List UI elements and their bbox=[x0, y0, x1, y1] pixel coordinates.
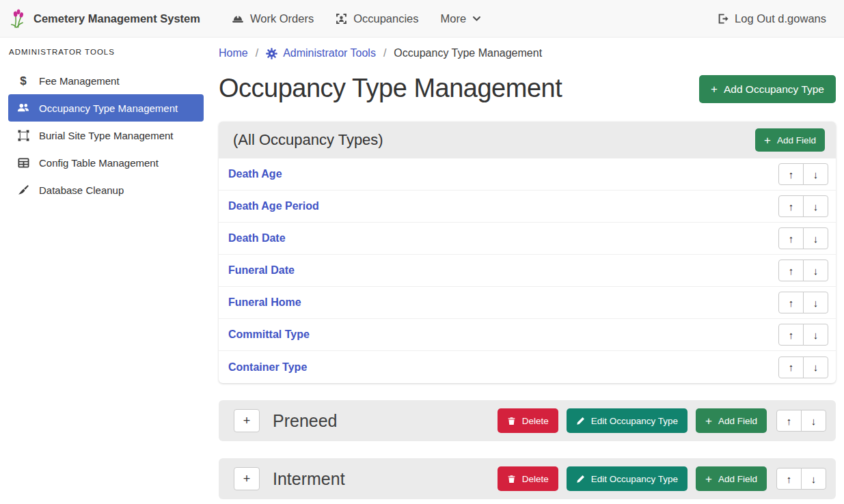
move-down-button[interactable]: ↓ bbox=[803, 163, 828, 185]
field-row-funeral-date: Funeral Date↑↓ bbox=[219, 255, 836, 287]
add-field-button[interactable]: +Add Field bbox=[696, 466, 767, 491]
page-title: Occupancy Type Management bbox=[219, 72, 562, 105]
top-navbar: Cemetery Management System Work OrdersOc… bbox=[0, 0, 844, 38]
field-row-death-age-period: Death Age Period↑↓ bbox=[219, 191, 836, 223]
main-content: Home/Administrator Tools/Occupancy Type … bbox=[212, 38, 844, 504]
add-occupancy-type-label: Add Occupancy Type bbox=[724, 83, 824, 96]
nav-links: Work OrdersOccupanciesMore bbox=[221, 12, 492, 25]
title-row: Occupancy Type Management + Add Occupanc… bbox=[219, 72, 836, 105]
delete-button[interactable]: Delete bbox=[498, 466, 558, 491]
broom-icon bbox=[16, 184, 30, 196]
field-link-container-type[interactable]: Container Type bbox=[228, 361, 307, 374]
nav-item-work-orders[interactable]: Work Orders bbox=[232, 12, 314, 25]
reorder-buttons: ↑↓ bbox=[778, 195, 828, 217]
field-link-death-age-period[interactable]: Death Age Period bbox=[228, 200, 319, 212]
move-up-button[interactable]: ↑ bbox=[778, 292, 804, 313]
app-title: Cemetery Management System bbox=[33, 12, 200, 25]
breadcrumb-label: Home bbox=[219, 47, 248, 59]
chevron-down-icon bbox=[472, 14, 481, 23]
add-field-label: Add Field bbox=[777, 135, 816, 145]
app-brand[interactable]: Cemetery Management System bbox=[10, 9, 200, 29]
move-down-button[interactable]: ↓ bbox=[803, 356, 828, 378]
occupancy-type-section-preneed: +PreneedDeleteEdit Occupancy Type+Add Fi… bbox=[219, 400, 836, 441]
breadcrumb-occupancy-type-management: Occupancy Type Management bbox=[394, 47, 542, 59]
move-up-button[interactable]: ↑ bbox=[778, 163, 804, 185]
move-up-button[interactable]: ↑ bbox=[778, 260, 804, 281]
reorder-buttons: ↑↓ bbox=[778, 227, 828, 249]
field-row-committal-type: Committal Type↑↓ bbox=[219, 319, 836, 351]
logout-label: Log Out d.gowans bbox=[735, 12, 826, 25]
field-row-death-date: Death Date↑↓ bbox=[219, 223, 836, 255]
plus-icon: + bbox=[711, 83, 718, 95]
arrow-down-icon: ↓ bbox=[813, 362, 819, 372]
field-link-death-date[interactable]: Death Date bbox=[228, 232, 286, 244]
sidebar-item-occupancy-type-management[interactable]: Occupancy Type Management bbox=[8, 94, 204, 122]
all-occupancy-types-card: (All Occupancy Types) + Add Field Death … bbox=[219, 122, 836, 383]
nav-item-more[interactable]: More bbox=[441, 12, 482, 25]
occupancy-type-sections: +PreneedDeleteEdit Occupancy Type+Add Fi… bbox=[219, 400, 836, 499]
arrow-up-icon: ↑ bbox=[789, 201, 794, 212]
nav-item-label: Work Orders bbox=[250, 12, 314, 25]
arrow-up-icon: ↑ bbox=[789, 362, 794, 372]
section-actions: DeleteEdit Occupancy Type+Add Field↑↓ bbox=[498, 466, 826, 491]
expand-button[interactable]: + bbox=[234, 467, 260, 490]
logout-button[interactable]: Log Out d.gowans bbox=[717, 12, 826, 25]
plus-icon: + bbox=[705, 415, 712, 427]
pencil-icon bbox=[576, 417, 585, 425]
move-down-button[interactable]: ↓ bbox=[803, 195, 828, 217]
add-field-button[interactable]: + Add Field bbox=[755, 128, 825, 152]
breadcrumb-administrator-tools[interactable]: Administrator Tools bbox=[266, 47, 376, 59]
reorder-buttons: ↑↓ bbox=[778, 356, 828, 378]
arrow-down-icon: ↓ bbox=[813, 169, 819, 180]
move-up-button[interactable]: ↑ bbox=[776, 410, 802, 432]
sidebar-item-label: Database Cleanup bbox=[39, 184, 124, 196]
edit-occupancy-type-button[interactable]: Edit Occupancy Type bbox=[567, 466, 688, 491]
trash-icon bbox=[507, 417, 516, 425]
sidebar-item-burial-site-type-management[interactable]: Burial Site Type Management bbox=[8, 122, 204, 149]
arrow-down-icon: ↓ bbox=[811, 474, 817, 484]
move-up-button[interactable]: ↑ bbox=[778, 324, 804, 346]
field-link-death-age[interactable]: Death Age bbox=[228, 168, 282, 180]
field-link-funeral-date[interactable]: Funeral Date bbox=[228, 264, 295, 277]
breadcrumb-label: Occupancy Type Management bbox=[394, 47, 542, 59]
nav-item-occupancies[interactable]: Occupancies bbox=[336, 12, 418, 25]
sidebar-item-label: Occupancy Type Management bbox=[39, 102, 178, 114]
hard-hat-icon bbox=[232, 12, 244, 25]
section-title: Preneed bbox=[273, 411, 498, 431]
edit-occupancy-type-button[interactable]: Edit Occupancy Type bbox=[567, 408, 688, 433]
delete-button[interactable]: Delete bbox=[498, 408, 558, 433]
breadcrumb-home[interactable]: Home bbox=[219, 47, 248, 59]
move-down-button[interactable]: ↓ bbox=[801, 410, 826, 432]
breadcrumb-label: Administrator Tools bbox=[283, 47, 376, 59]
reorder-buttons: ↑↓ bbox=[778, 163, 828, 185]
add-occupancy-type-button[interactable]: + Add Occupancy Type bbox=[699, 75, 836, 103]
pencil-icon bbox=[576, 475, 585, 484]
arrow-up-icon: ↑ bbox=[789, 169, 794, 180]
occupancies-icon bbox=[336, 13, 347, 25]
move-down-button[interactable]: ↓ bbox=[803, 292, 828, 313]
move-up-button[interactable]: ↑ bbox=[778, 195, 804, 217]
add-field-button[interactable]: +Add Field bbox=[696, 408, 767, 433]
tulip-logo-icon bbox=[10, 9, 27, 29]
field-row-death-age: Death Age↑↓ bbox=[219, 158, 836, 191]
move-down-button[interactable]: ↓ bbox=[801, 468, 826, 490]
expand-button[interactable]: + bbox=[234, 409, 260, 432]
field-link-committal-type[interactable]: Committal Type bbox=[228, 328, 310, 341]
reorder-buttons: ↑↓ bbox=[778, 324, 828, 346]
reorder-buttons: ↑↓ bbox=[776, 468, 826, 490]
sidebar-item-config-table-management[interactable]: Config Table Management bbox=[8, 149, 204, 176]
move-down-button[interactable]: ↓ bbox=[803, 260, 828, 281]
move-up-button[interactable]: ↑ bbox=[778, 227, 804, 249]
move-up-button[interactable]: ↑ bbox=[778, 356, 804, 378]
sidebar-item-fee-management[interactable]: $Fee Management bbox=[8, 67, 204, 94]
sidebar-item-database-cleanup[interactable]: Database Cleanup bbox=[8, 176, 204, 204]
move-down-button[interactable]: ↓ bbox=[803, 324, 828, 346]
move-down-button[interactable]: ↓ bbox=[803, 227, 828, 249]
sidebar-items: $Fee ManagementOccupancy Type Management… bbox=[8, 67, 204, 204]
field-link-funeral-home[interactable]: Funeral Home bbox=[228, 296, 301, 309]
nav-item-label: Occupancies bbox=[353, 12, 418, 25]
section-title: Interment bbox=[273, 469, 498, 489]
breadcrumb: Home/Administrator Tools/Occupancy Type … bbox=[219, 47, 836, 59]
move-up-button[interactable]: ↑ bbox=[776, 468, 802, 490]
arrow-up-icon: ↑ bbox=[789, 330, 794, 340]
